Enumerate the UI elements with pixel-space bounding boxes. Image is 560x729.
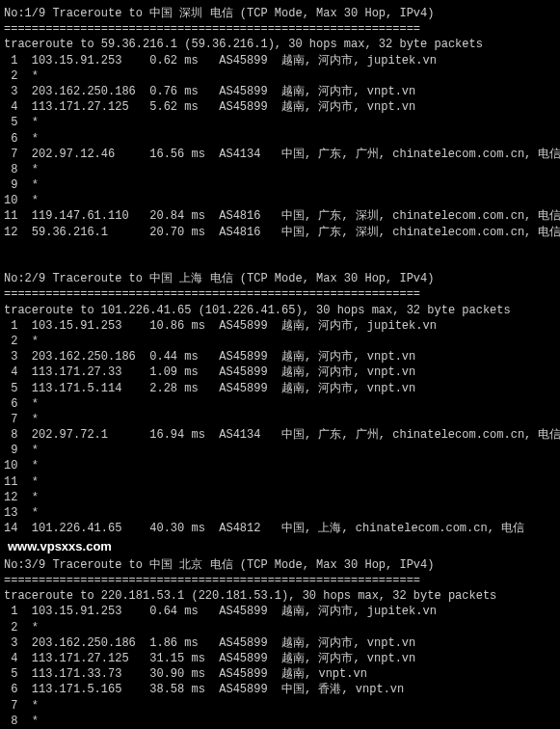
hop-line: 8 * — [4, 714, 556, 729]
hop-line: 6 113.171.5.165 38.58 ms AS45899 中国, 香港,… — [4, 682, 556, 697]
hop-line: 7 202.97.12.46 16.56 ms AS4134 中国, 广东, 广… — [4, 147, 556, 162]
hop-line: 3 203.162.250.186 1.86 ms AS45899 越南, 河内… — [4, 635, 556, 651]
separator: ========================================… — [4, 286, 556, 302]
separator: ========================================… — [4, 21, 556, 37]
hop-line: 9 * — [4, 177, 556, 193]
traceroute-header: traceroute to 220.181.53.1 (220.181.53.1… — [4, 588, 556, 604]
hop-line: 7 * — [4, 698, 556, 714]
blank-line — [4, 240, 556, 256]
blank-line — [4, 256, 556, 271]
hop-line: 10 * — [4, 458, 556, 473]
terminal-output: No:1/9 Traceroute to 中国 深圳 电信 (TCP Mode,… — [0, 0, 560, 729]
hop-line: 6 * — [4, 131, 556, 147]
hop-line: 11 * — [4, 474, 556, 490]
hop-line: 9 * — [4, 443, 556, 458]
hop-line: 1 103.15.91.253 10.86 ms AS45899 越南, 河内市… — [4, 318, 556, 334]
hop-line: 11 119.147.61.110 20.84 ms AS4816 中国, 广东… — [4, 208, 556, 224]
hop-line: 5 * — [4, 115, 556, 130]
traceroute-header: traceroute to 59.36.216.1 (59.36.216.1),… — [4, 37, 556, 52]
hop-line: 8 202.97.72.1 16.94 ms AS4134 中国, 广东, 广州… — [4, 427, 556, 443]
hop-line: 1 103.15.91.253 0.64 ms AS45899 越南, 河内市,… — [4, 604, 556, 619]
separator: ========================================… — [4, 573, 556, 588]
hop-line: 5 113.171.5.114 2.28 ms AS45899 越南, 河内市,… — [4, 381, 556, 396]
traceroute-title: No:1/9 Traceroute to 中国 深圳 电信 (TCP Mode,… — [4, 6, 556, 21]
hop-line: 10 * — [4, 193, 556, 208]
traceroute-title: No:2/9 Traceroute to 中国 上海 电信 (TCP Mode,… — [4, 271, 556, 286]
hop-line: 4 113.171.27.125 31.15 ms AS45899 越南, 河内… — [4, 651, 556, 666]
hop-line: 1 103.15.91.253 0.62 ms AS45899 越南, 河内市,… — [4, 53, 556, 68]
hop-line: 14 101.226.41.65 40.30 ms AS4812 中国, 上海,… — [4, 521, 556, 536]
hop-line: 12 * — [4, 490, 556, 505]
hop-line: 2 * — [4, 620, 556, 635]
hop-line: 5 113.171.33.73 30.90 ms AS45899 越南, vnp… — [4, 666, 556, 682]
hop-line: 6 * — [4, 396, 556, 412]
hop-line: 2 * — [4, 334, 556, 349]
hop-line: 13 * — [4, 505, 556, 521]
hop-line: 7 * — [4, 412, 556, 427]
traceroute-header: traceroute to 101.226.41.65 (101.226.41.… — [4, 303, 556, 318]
hop-line: 8 * — [4, 162, 556, 177]
hop-line: 2 * — [4, 68, 556, 84]
traceroute-title: No:3/9 Traceroute to 中国 北京 电信 (TCP Mode,… — [4, 557, 556, 573]
hop-line: 3 203.162.250.186 0.44 ms AS45899 越南, 河内… — [4, 349, 556, 364]
hop-line: 3 203.162.250.186 0.76 ms AS45899 越南, 河内… — [4, 84, 556, 99]
watermark: www.vpsxxs.com — [4, 536, 556, 557]
hop-line: 12 59.36.216.1 20.70 ms AS4816 中国, 广东, 深… — [4, 225, 556, 240]
hop-line: 4 113.171.27.125 5.62 ms AS45899 越南, 河内市… — [4, 99, 556, 115]
hop-line: 4 113.171.27.33 1.09 ms AS45899 越南, 河内市,… — [4, 364, 556, 380]
